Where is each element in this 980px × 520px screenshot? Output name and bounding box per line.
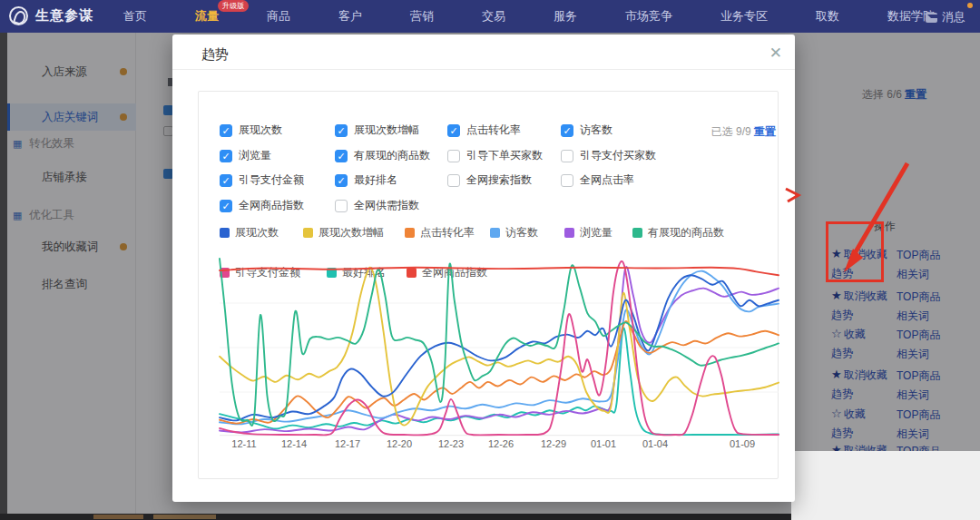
- metric-checkbox-1[interactable]: ✓展现次数增幅: [335, 123, 419, 138]
- legend-swatch-icon: [632, 228, 642, 238]
- legend-swatch-icon: [490, 228, 500, 238]
- checkbox-label: 全网点击率: [580, 172, 634, 188]
- metric-checkbox-3[interactable]: ✓访客数: [561, 123, 612, 138]
- metric-checkbox-5[interactable]: ✓有展现的商品数: [335, 148, 430, 163]
- legend-item-3[interactable]: 访客数: [490, 225, 538, 240]
- legend-label: 展现次数: [235, 225, 279, 240]
- x-tick-label: 01-01: [591, 438, 616, 449]
- checkbox-label: 有展现的商品数: [354, 148, 430, 163]
- selected-count: 已选 9/9: [711, 125, 751, 138]
- nav-item-6[interactable]: 服务: [554, 8, 577, 25]
- modal-reset-link[interactable]: 重置: [754, 125, 776, 138]
- brand-name: 生意参谋: [35, 7, 93, 25]
- metric-checkbox-2[interactable]: ✓点击转化率: [447, 123, 521, 138]
- checkbox-label: 全网商品指数: [239, 198, 304, 213]
- legend-label: 浏览量: [580, 225, 612, 240]
- legend-label: 访客数: [505, 225, 538, 240]
- legend-swatch-icon: [405, 228, 415, 238]
- close-icon[interactable]: ✕: [769, 44, 782, 63]
- app-window: 入店来源入店关键词转化效果▦店铺承接优化工具▦我的收藏词排名查询 选择 6/6 …: [0, 0, 980, 520]
- legend-swatch-icon: [303, 228, 313, 238]
- legend-label: 展现次数增幅: [318, 225, 384, 240]
- legend-label: 点击转化率: [420, 225, 475, 240]
- metric-checkbox-12[interactable]: ✓全网商品指数: [220, 198, 304, 213]
- notification-dot: [967, 3, 973, 8]
- messages-button[interactable]: 消息: [926, 9, 965, 25]
- x-tick-label: 12-14: [281, 438, 307, 449]
- nav-item-9[interactable]: 取数: [816, 8, 839, 25]
- metric-checkbox-0[interactable]: ✓展现次数: [220, 123, 282, 138]
- metric-checkbox-7[interactable]: 引导支付买家数: [561, 148, 656, 163]
- series-line-有展现的商品数: [220, 259, 779, 426]
- message-icon: [926, 13, 937, 23]
- checkbox-label: 全网供需指数: [354, 198, 419, 213]
- metric-checkbox-11[interactable]: 全网点击率: [561, 172, 634, 188]
- metric-checkbox-10[interactable]: 全网搜索指数: [447, 172, 532, 188]
- checkbox-label: 浏览量: [239, 148, 271, 163]
- annotation-chevron-icon: [782, 183, 804, 205]
- brand[interactable]: 生意参谋: [9, 6, 93, 25]
- checkbox-label: 引导支付金额: [239, 172, 304, 188]
- top-nav: 生意参谋 首页流量商品客户营销交易服务市场竞争业务专区取数数据学院 升级版 消息: [0, 0, 980, 33]
- checkbox-checked-icon[interactable]: ✓: [220, 174, 232, 187]
- checkbox-unchecked-icon[interactable]: [447, 150, 460, 162]
- modal-title: 趋势: [201, 46, 229, 64]
- metric-checkbox-4[interactable]: ✓浏览量: [220, 148, 271, 163]
- metric-checkbox-13[interactable]: 全网供需指数: [335, 198, 419, 213]
- legend-swatch-icon: [564, 228, 574, 238]
- checkbox-checked-icon[interactable]: ✓: [335, 124, 348, 137]
- checkbox-label: 访客数: [580, 123, 612, 138]
- legend-item-2[interactable]: 点击转化率: [405, 225, 475, 240]
- nav-item-2[interactable]: 商品: [267, 8, 290, 25]
- checkbox-unchecked-icon[interactable]: [447, 174, 460, 187]
- nav-item-0[interactable]: 首页: [123, 8, 147, 25]
- series-line-全网商品指数: [220, 268, 779, 276]
- annotation-arrow: [830, 152, 921, 280]
- x-tick-label: 12-20: [387, 438, 412, 449]
- checkbox-checked-icon[interactable]: ✓: [220, 124, 232, 137]
- nav-item-3[interactable]: 客户: [338, 8, 362, 25]
- legend-item-5[interactable]: 有展现的商品数: [632, 225, 724, 240]
- bottom-right-panel: [791, 451, 980, 520]
- nav-item-7[interactable]: 市场竞争: [625, 8, 672, 25]
- series-line-展现次数增幅: [220, 268, 779, 426]
- checkbox-checked-icon[interactable]: ✓: [447, 124, 460, 137]
- checkbox-label: 点击转化率: [466, 123, 521, 138]
- nav-item-8[interactable]: 业务专区: [720, 8, 768, 25]
- checkbox-unchecked-icon[interactable]: [561, 150, 573, 162]
- nav-item-1[interactable]: 流量: [195, 8, 219, 25]
- x-tick-label: 12-29: [541, 438, 566, 449]
- checkbox-label: 展现次数: [239, 123, 282, 138]
- legend-item-4[interactable]: 浏览量: [564, 225, 612, 240]
- series-line-引导支付金额: [220, 261, 779, 436]
- metric-checkbox-6[interactable]: 引导下单买家数: [447, 148, 543, 163]
- logo-icon: [9, 6, 28, 25]
- x-tick-label: 12-23: [438, 438, 464, 449]
- nav-item-5[interactable]: 交易: [482, 8, 505, 25]
- metric-checkbox-9[interactable]: ✓最好排名: [335, 172, 397, 188]
- checkbox-checked-icon[interactable]: ✓: [220, 200, 232, 212]
- divider: [172, 69, 795, 70]
- x-tick-label: 01-09: [730, 438, 755, 449]
- x-tick-label: 01-04: [642, 438, 668, 449]
- checkbox-checked-icon[interactable]: ✓: [561, 124, 573, 137]
- checkbox-checked-icon[interactable]: ✓: [335, 174, 348, 187]
- metric-checkbox-8[interactable]: ✓引导支付金额: [220, 172, 304, 188]
- checkbox-checked-icon[interactable]: ✓: [220, 150, 232, 162]
- checkbox-label: 引导下单买家数: [466, 148, 543, 163]
- nav-item-4[interactable]: 营销: [410, 8, 434, 25]
- legend-item-1[interactable]: 展现次数增幅: [303, 225, 384, 240]
- messages-label: 消息: [942, 9, 965, 25]
- checkbox-checked-icon[interactable]: ✓: [335, 150, 348, 162]
- upgrade-badge: 升级版: [218, 0, 249, 12]
- checkbox-label: 展现次数增幅: [354, 123, 419, 138]
- checkbox-label: 引导支付买家数: [580, 148, 656, 163]
- legend-label: 有展现的商品数: [648, 225, 724, 240]
- x-tick-label: 12-26: [488, 438, 514, 449]
- legend-item-0[interactable]: 展现次数: [220, 225, 279, 240]
- checkbox-unchecked-icon[interactable]: [335, 200, 348, 212]
- checkbox-label: 全网搜索指数: [466, 172, 532, 188]
- x-tick-label: 12-17: [335, 438, 360, 449]
- checkbox-unchecked-icon[interactable]: [561, 174, 573, 187]
- trend-chart: [220, 259, 779, 437]
